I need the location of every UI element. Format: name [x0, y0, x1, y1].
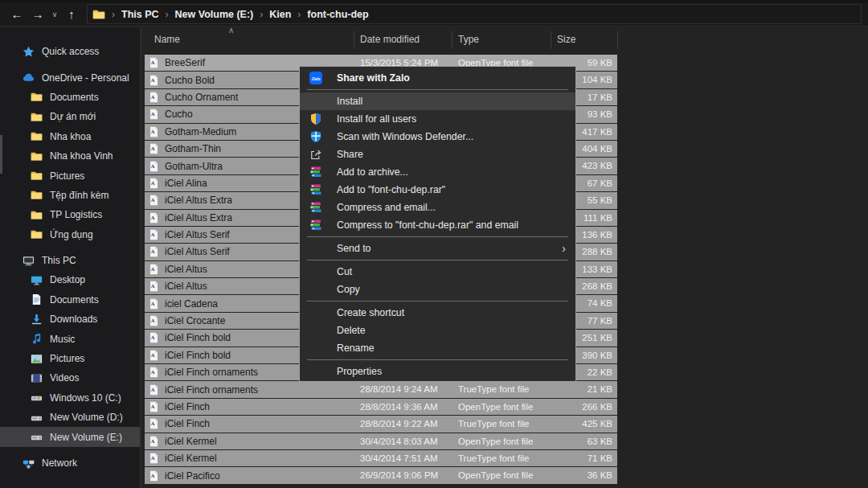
menu-item-label: Send to — [337, 243, 371, 254]
sidebar-item-t-p-nh-k-m[interactable]: Tệp đính kèm — [0, 186, 141, 205]
file-name: iCiel Finch bold — [165, 332, 231, 343]
sidebar-item-d-n-m-i[interactable]: Dự án mới — [0, 107, 141, 126]
svg-text:Zalo: Zalo — [311, 76, 321, 81]
sidebar-item-new-volume-d[interactable]: New Volume (D:) — [0, 408, 141, 427]
font-file-icon: A — [149, 178, 159, 189]
back-button[interactable]: ← — [6, 3, 27, 26]
menu-item-install-for-all-users[interactable]: Install for all users — [300, 110, 575, 128]
file-size: 136 KB — [582, 227, 612, 243]
sidebar-item-pictures[interactable]: Pictures — [0, 349, 141, 368]
breadcrumb-separator-icon[interactable]: › — [291, 9, 307, 20]
menu-item-rename[interactable]: Rename — [300, 339, 575, 357]
folder-icon — [31, 130, 43, 142]
breadcrumb-separator-icon[interactable]: › — [253, 9, 269, 20]
sidebar-item-onedrive-personal[interactable]: OneDrive - Personal — [0, 68, 141, 87]
file-row[interactable]: A iCiel Finch 28/8/2014 9:22 AM TrueType… — [145, 416, 617, 432]
file-row[interactable]: A iCiel Pacifico 26/9/2014 9:06 PM OpenT… — [145, 467, 617, 483]
address-bar[interactable]: ›This PC›New Volume (E:)›Kien›font-chu-d… — [87, 4, 862, 24]
svg-text:A: A — [151, 146, 155, 151]
menu-item-label: Copy — [337, 284, 360, 295]
file-size: 423 KB — [582, 158, 612, 174]
breadcrumb-this-pc[interactable]: This PC — [121, 9, 159, 20]
column-divider[interactable] — [551, 31, 551, 49]
breadcrumb-kien[interactable]: Kien — [269, 9, 291, 20]
file-type: TrueType font file — [458, 381, 529, 397]
svg-text:A: A — [151, 232, 155, 237]
folder-icon — [31, 189, 43, 201]
file-size: 55 KB — [588, 192, 612, 208]
sidebar-scrollbar-thumb[interactable] — [0, 135, 2, 174]
sidebar-item-desktop[interactable]: Desktop — [0, 270, 141, 289]
svg-text:A: A — [151, 128, 155, 133]
menu-item-copy[interactable]: Copy — [300, 281, 575, 298]
sidebar-item-music[interactable]: Music — [0, 329, 141, 348]
recent-locations-dropdown-button[interactable]: ∨ — [48, 3, 61, 26]
breadcrumb-font-chu-dep[interactable]: font-chu-dep — [307, 9, 368, 20]
sort-ascending-icon: ∧ — [228, 26, 234, 35]
menu-item-install[interactable]: Install — [300, 92, 575, 110]
breadcrumb-separator-icon[interactable]: › — [159, 9, 175, 20]
sidebar-item-documents[interactable]: Documents — [0, 88, 141, 107]
menu-item-send-to[interactable]: Send to › — [300, 240, 575, 257]
menu-item-delete[interactable]: Delete — [300, 322, 575, 339]
file-name: Cucho — [165, 109, 193, 120]
column-divider[interactable] — [452, 31, 452, 49]
sidebar-item-nha-khoa-vinh[interactable]: Nha khoa Vinh — [0, 146, 141, 166]
sidebar-item-downloads[interactable]: Downloads — [0, 310, 141, 329]
svg-text:A: A — [151, 352, 155, 358]
sidebar-item-network[interactable]: Network — [0, 453, 141, 473]
column-divider[interactable] — [354, 31, 354, 49]
file-row[interactable]: A iCiel Kermel 30/4/2014 7:51 AM TrueTyp… — [145, 450, 617, 466]
sidebar-item-this-pc[interactable]: This PC — [0, 251, 141, 270]
sidebar-item-label: Documents — [50, 92, 99, 103]
column-divider[interactable] — [617, 31, 618, 49]
sidebar-item-pictures[interactable]: Pictures — [0, 166, 141, 185]
svg-text:A: A — [151, 386, 155, 392]
sidebar-item-quick-access[interactable]: Quick access — [0, 42, 141, 61]
forward-button[interactable]: → — [27, 3, 48, 26]
menu-item-compress-to-font-chu-dep-rar-and-email[interactable]: Compress to "font-chu-dep.rar" and email — [300, 216, 575, 234]
file-row[interactable]: A iCiel Finch ornaments 28/8/2014 9:24 A… — [145, 381, 617, 397]
file-size: 417 KB — [582, 124, 612, 140]
sidebar-item-ng-d-ng[interactable]: Ứng dụng — [0, 225, 141, 244]
winrar-icon — [309, 219, 322, 232]
menu-item-share-with-zalo[interactable]: Zalo Share with Zalo — [300, 69, 575, 87]
menu-item-scan-with-windows-defender[interactable]: Scan with Windows Defender... — [300, 128, 575, 146]
menu-item-share[interactable]: Share — [300, 146, 575, 163]
sidebar-item-videos[interactable]: Videos — [0, 368, 141, 388]
menu-separator — [307, 236, 568, 237]
menu-item-add-to-font-chu-dep-rar[interactable]: Add to "font-chu-dep.rar" — [300, 181, 575, 199]
svg-text:A: A — [151, 300, 155, 306]
file-row[interactable]: A iCiel Kermel 30/4/2014 8:03 AM OpenTyp… — [145, 433, 617, 449]
menu-item-compress-and-email[interactable]: Compress and email... — [300, 199, 575, 216]
context-menu: Zalo Share with Zalo Install Install for… — [299, 66, 576, 382]
font-file-icon: A — [149, 195, 159, 206]
column-header-name[interactable]: Name — [154, 34, 180, 45]
up-button[interactable]: ↑ — [61, 3, 82, 26]
column-header-date-modified[interactable]: Date modified — [360, 34, 420, 45]
file-row[interactable]: A iCiel Finch 28/8/2014 9:36 AM OpenType… — [145, 399, 617, 415]
menu-item-label: Cut — [337, 266, 352, 277]
column-header-type[interactable]: Type — [458, 34, 479, 45]
sidebar-item-new-volume-e[interactable]: New Volume (E:) — [0, 427, 141, 446]
sidebar-item-windows-10-c[interactable]: Windows 10 (C:) — [0, 388, 141, 408]
menu-item-label: Create shortcut — [337, 307, 404, 318]
file-name: iCiel Finch — [165, 401, 210, 412]
column-header-size[interactable]: Size — [557, 34, 575, 45]
sidebar-item-nha-khoa[interactable]: Nha khoa — [0, 127, 141, 146]
menu-item-properties[interactable]: Properties — [300, 363, 575, 380]
nav-buttons: ←→∨↑ — [0, 3, 82, 26]
menu-item-cut[interactable]: Cut — [300, 263, 575, 281]
file-name: Gotham-Ultra — [165, 161, 223, 172]
sidebar-item-tp-logistics[interactable]: TP Logistics — [0, 205, 141, 224]
breadcrumb-separator-icon[interactable]: › — [105, 9, 121, 20]
svg-text:A: A — [151, 334, 155, 340]
menu-item-add-to-archive[interactable]: Add to archive... — [300, 163, 575, 181]
file-name: BreeSerif — [165, 57, 205, 68]
breadcrumb-new-volume-e[interactable]: New Volume (E:) — [175, 9, 254, 20]
pc-icon — [23, 255, 35, 267]
menu-item-create-shortcut[interactable]: Create shortcut — [300, 304, 575, 322]
sidebar-item-documents[interactable]: Documents — [0, 290, 141, 310]
font-file-icon: A — [149, 315, 159, 326]
sidebar-item-label: Documents — [50, 294, 99, 306]
